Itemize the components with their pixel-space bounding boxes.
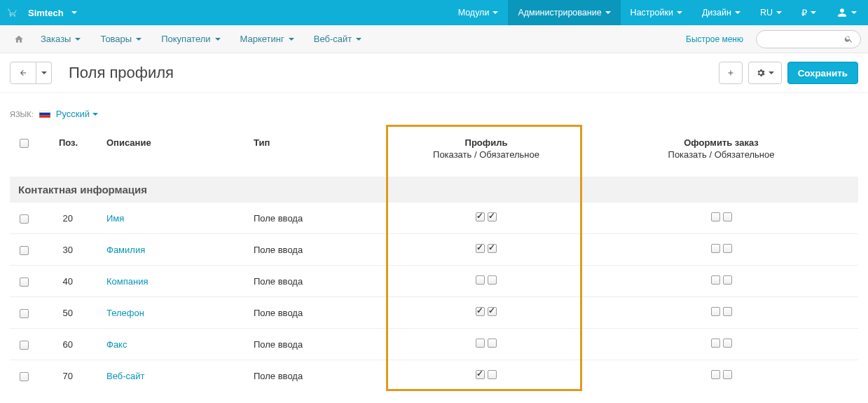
cell-type: Поле ввода [248, 360, 388, 392]
quick-menu-link[interactable]: Быстрое меню [677, 34, 752, 44]
table-row: 20 Имя Поле ввода [10, 203, 858, 234]
checkout-required-checkbox[interactable] [723, 212, 732, 221]
row-checkbox[interactable] [20, 214, 29, 224]
caret-down-icon [289, 38, 294, 41]
nav-customers[interactable]: Покупатели [151, 25, 230, 53]
profile-required-checkbox[interactable] [488, 244, 497, 253]
checkout-show-checkbox[interactable] [711, 339, 720, 348]
plus-icon [726, 69, 735, 77]
profile-required-checkbox[interactable] [488, 275, 497, 285]
checkout-required-checkbox[interactable] [723, 370, 732, 379]
caret-down-icon [41, 71, 47, 74]
checkout-required-checkbox[interactable] [723, 244, 732, 253]
nav-modules[interactable]: Модули [448, 0, 509, 25]
search-box[interactable] [756, 30, 861, 48]
profile-required-checkbox[interactable] [488, 307, 497, 316]
checkout-show-checkbox[interactable] [711, 212, 720, 221]
cell-pos: 70 [38, 360, 101, 392]
flag-ru-icon [39, 110, 50, 118]
table-row: 60 Факс Поле ввода [10, 329, 858, 360]
profile-show-checkbox[interactable] [476, 307, 485, 316]
col-header-profile: Профиль Показать / Обязательное [388, 129, 584, 177]
field-link[interactable]: Веб-сайт [106, 371, 144, 381]
row-checkbox[interactable] [20, 309, 29, 318]
svg-rect-2 [39, 115, 50, 118]
profile-fields-table-wrap: Поз. Описание Тип Профиль Показать / Обя… [0, 126, 868, 391]
field-link[interactable]: Телефон [106, 308, 144, 318]
nav-products[interactable]: Товары [90, 25, 151, 53]
page-title: Поля профиля [69, 64, 174, 82]
caret-down-icon [71, 11, 77, 14]
nav-currency[interactable]: ₽ [792, 0, 826, 25]
profile-required-checkbox[interactable] [488, 370, 497, 379]
field-link[interactable]: Факс [106, 339, 127, 350]
field-link[interactable]: Компания [106, 276, 149, 287]
nav-orders[interactable]: Заказы [31, 25, 90, 53]
row-checkbox[interactable] [20, 278, 29, 287]
cell-pos: 30 [38, 234, 101, 266]
profile-show-checkbox[interactable] [476, 275, 485, 285]
checkout-show-checkbox[interactable] [711, 275, 720, 285]
caret-down-icon [215, 38, 221, 41]
cell-type: Поле ввода [248, 297, 388, 329]
select-all-checkbox[interactable] [20, 139, 29, 148]
cell-type: Поле ввода [248, 329, 388, 360]
profile-show-checkbox[interactable] [476, 244, 485, 253]
field-link[interactable]: Имя [106, 213, 124, 224]
caret-down-icon [92, 113, 98, 116]
caret-down-icon [677, 11, 682, 14]
row-checkbox[interactable] [20, 341, 29, 350]
nav-settings[interactable]: Настройки [621, 0, 692, 25]
row-checkbox[interactable] [20, 372, 29, 381]
cell-type: Поле ввода [248, 266, 388, 297]
secondary-nav: Заказы Товары Покупатели Маркетинг Веб-с… [0, 25, 868, 53]
language-selector-row: ЯЗЫК: Русский [0, 93, 868, 126]
brand-dropdown[interactable]: Simtech [25, 8, 84, 18]
row-checkbox[interactable] [20, 246, 29, 255]
checkout-show-checkbox[interactable] [711, 307, 720, 316]
title-row: Поля профиля Сохранить [0, 53, 868, 93]
settings-button[interactable] [748, 62, 782, 84]
cart-icon[interactable] [0, 8, 25, 18]
brand-label: Simtech [28, 8, 64, 18]
field-link[interactable]: Фамилия [106, 245, 145, 255]
checkout-show-checkbox[interactable] [711, 244, 720, 253]
col-header-desc: Описание [101, 129, 248, 177]
table-row: 40 Компания Поле ввода [10, 266, 858, 297]
cell-pos: 40 [38, 266, 101, 297]
search-input[interactable] [764, 34, 844, 44]
save-button[interactable]: Сохранить [787, 62, 858, 84]
table-row: 30 Фамилия Поле ввода [10, 234, 858, 266]
profile-show-checkbox[interactable] [476, 212, 485, 221]
back-dropdown-button[interactable] [36, 62, 52, 84]
section-header-row: Контактная информация [10, 177, 858, 203]
table-row: 50 Телефон Поле ввода [10, 297, 858, 329]
cell-pos: 50 [38, 297, 101, 329]
checkout-show-checkbox[interactable] [711, 370, 720, 379]
nav-design[interactable]: Дизайн [692, 0, 750, 25]
checkout-required-checkbox[interactable] [723, 275, 732, 285]
profile-required-checkbox[interactable] [488, 212, 497, 221]
language-dropdown[interactable]: Русский [56, 109, 98, 119]
add-button[interactable] [719, 62, 743, 84]
caret-down-icon [136, 38, 142, 41]
profile-required-checkbox[interactable] [488, 339, 497, 348]
profile-fields-table: Поз. Описание Тип Профиль Показать / Обя… [10, 129, 858, 391]
nav-user[interactable] [826, 0, 868, 25]
table-row: 70 Веб-сайт Поле ввода [10, 360, 858, 392]
profile-show-checkbox[interactable] [476, 370, 485, 379]
checkout-required-checkbox[interactable] [723, 307, 732, 316]
language-label: ЯЗЫК: [10, 110, 34, 118]
search-icon [844, 34, 853, 43]
nav-administration[interactable]: Администрирование [508, 0, 620, 25]
checkout-required-checkbox[interactable] [723, 339, 732, 348]
top-bar: Simtech Модули Администрирование Настрой… [0, 0, 868, 25]
caret-down-icon [735, 11, 740, 14]
nav-language[interactable]: RU [750, 0, 792, 25]
nav-marketing[interactable]: Маркетинг [230, 25, 304, 53]
profile-show-checkbox[interactable] [476, 339, 485, 348]
home-icon[interactable] [7, 34, 31, 44]
cell-pos: 20 [38, 203, 101, 234]
nav-website[interactable]: Веб-сайт [304, 25, 371, 53]
back-button[interactable] [10, 62, 36, 84]
